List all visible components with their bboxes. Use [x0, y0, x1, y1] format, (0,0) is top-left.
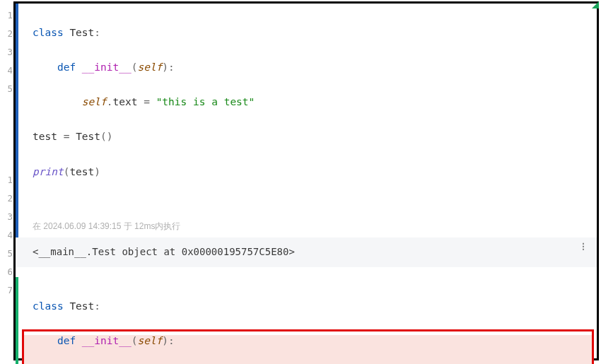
- line-number: 6: [0, 264, 13, 279]
- gutter-cell1: 1 2 3 4 5 1 2 3 4 5 6 7: [0, 0, 13, 364]
- code-line[interactable]: class Test:: [30, 298, 597, 315]
- line-number: 2: [0, 191, 13, 206]
- line-number: 5: [0, 246, 13, 261]
- line-number: 5: [0, 81, 13, 96]
- code-cell-1[interactable]: class Test: def __init__(self): self.tex…: [16, 4, 597, 237]
- code-cell-2[interactable]: class Test: def __init__(self): self.tex…: [16, 277, 597, 364]
- more-vert-icon[interactable]: ···: [578, 242, 588, 254]
- keyword-class: class: [33, 27, 64, 38]
- code-line[interactable]: def __init__(self):: [30, 59, 597, 76]
- code-line[interactable]: self.text = "this is a test": [30, 93, 597, 111]
- line-number: 4: [0, 63, 13, 78]
- code-line[interactable]: def __init__(self):: [30, 332, 597, 350]
- code-line[interactable]: test = Test(): [30, 128, 597, 146]
- code-editor[interactable]: class Test: def __init__(self): self.tex…: [18, 277, 597, 364]
- line-number: 2: [0, 26, 13, 41]
- code-editor[interactable]: class Test: def __init__(self): self.tex…: [18, 4, 597, 217]
- line-number: 7: [0, 283, 13, 298]
- code-line[interactable]: print(test): [30, 163, 597, 181]
- line-number: 3: [0, 45, 13, 59]
- cell-output-1: <__main__.Test object at 0x00000195757C5…: [16, 237, 597, 267]
- execution-meta: 在 2024.06.09 14:39:15 于 12ms内执行: [18, 217, 597, 237]
- keyword-def: def: [57, 61, 76, 73]
- editor-frame: class Test: def __init__(self): self.tex…: [13, 1, 599, 360]
- line-number: 3: [0, 209, 13, 224]
- line-number: 4: [0, 228, 13, 242]
- line-number: 1: [0, 8, 13, 23]
- line-number: 1: [0, 172, 13, 187]
- output-text: <__main__.Test object at 0x00000195757C5…: [33, 246, 295, 257]
- code-line[interactable]: class Test:: [30, 24, 597, 42]
